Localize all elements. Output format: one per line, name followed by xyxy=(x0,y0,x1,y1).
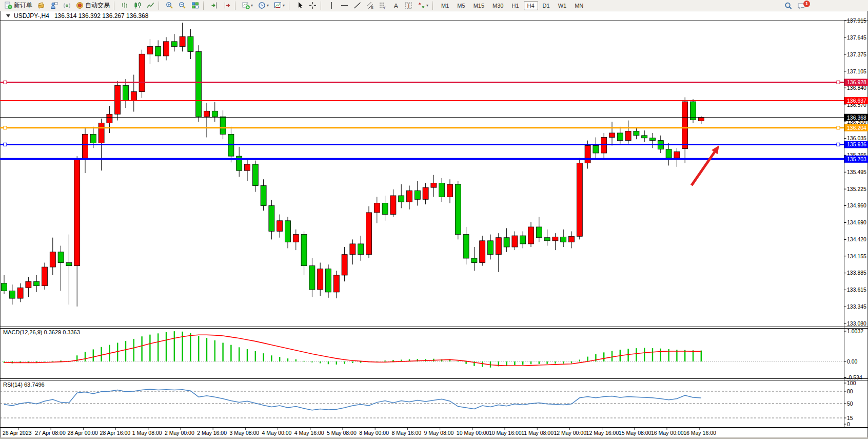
hline-selection-marker[interactable] xyxy=(4,143,7,146)
candle-body xyxy=(98,123,104,143)
candle-body xyxy=(480,241,485,263)
candle-body xyxy=(66,263,72,266)
candle-body xyxy=(553,237,558,241)
candle-body xyxy=(642,136,647,138)
candle-body xyxy=(674,152,680,158)
candle-body xyxy=(285,221,291,242)
candle-body xyxy=(333,275,339,292)
candle-body xyxy=(561,237,566,242)
candle-body xyxy=(188,36,193,51)
candle-body xyxy=(17,288,23,298)
candle-body xyxy=(74,159,80,265)
candle-body xyxy=(504,238,509,247)
candle-body xyxy=(471,258,477,263)
candle-body xyxy=(415,190,420,199)
candle-body xyxy=(164,42,169,56)
candle-body xyxy=(58,252,64,263)
time-scale-drag-area[interactable] xyxy=(0,428,868,438)
candle-body xyxy=(220,117,226,134)
candle-body xyxy=(2,283,7,291)
candle-body xyxy=(593,145,599,153)
candle-body xyxy=(261,185,266,205)
candle-body xyxy=(123,85,129,100)
candle-body xyxy=(9,291,15,298)
candle-body xyxy=(536,227,542,238)
candle-body xyxy=(26,281,31,288)
candle-body xyxy=(520,236,526,244)
candle-body xyxy=(269,206,274,232)
candle-body xyxy=(83,134,88,159)
candle-body xyxy=(301,235,307,266)
candle-body xyxy=(698,118,704,121)
candle-body xyxy=(390,196,396,215)
hline-selection-marker[interactable] xyxy=(4,81,7,84)
price-scale-drag-area[interactable] xyxy=(844,21,868,427)
candle-body xyxy=(342,255,347,275)
candle-body xyxy=(528,227,534,244)
candle-body xyxy=(455,184,461,235)
candle-body xyxy=(407,190,412,202)
rsi-indicator-label: RSI(14) 63.7496 xyxy=(3,381,45,388)
candle-body xyxy=(139,54,145,91)
macd-indicator-label: MACD(12,26,9) 0.3629 0.3363 xyxy=(3,329,80,335)
candle-body xyxy=(666,149,672,158)
candle-body xyxy=(650,138,656,141)
window-left-border xyxy=(0,11,1,437)
candle-body xyxy=(366,213,372,255)
candle-body xyxy=(309,266,315,290)
candle-body xyxy=(115,85,121,114)
candle-body xyxy=(625,131,631,140)
candle-body xyxy=(585,145,590,163)
candle-body xyxy=(439,183,445,197)
candle-body xyxy=(447,184,453,197)
hline-selection-marker[interactable] xyxy=(837,143,840,146)
chart-background xyxy=(0,21,868,439)
hline-selection-marker[interactable] xyxy=(4,126,7,129)
candle-body xyxy=(496,238,501,255)
candle-body xyxy=(431,183,437,188)
hline-selection-marker[interactable] xyxy=(837,126,840,129)
candle-body xyxy=(544,238,550,241)
candle-body xyxy=(212,111,218,117)
candle-body xyxy=(204,111,210,117)
candle-body xyxy=(50,252,55,267)
candle-body xyxy=(245,164,250,170)
candle-body xyxy=(34,281,40,286)
candle-body xyxy=(252,164,258,185)
candle-body xyxy=(512,236,518,247)
candle-body xyxy=(577,163,582,237)
candle-body xyxy=(277,221,283,232)
candle-body xyxy=(350,244,356,255)
candle-body xyxy=(171,42,177,47)
candle-body xyxy=(382,203,388,215)
candle-body xyxy=(488,241,494,255)
mt4-window: 新订单自动交易▾▾▾EFAT▾M1M5M15M30H1H4D1W1MN1 USD… xyxy=(0,0,868,439)
candle-body xyxy=(147,47,153,54)
candle-body xyxy=(90,134,96,143)
candle-body xyxy=(463,235,469,258)
candle-body xyxy=(293,235,299,242)
candle-body xyxy=(196,51,202,117)
candle-body xyxy=(691,102,696,120)
candle-body xyxy=(318,269,323,290)
candle-body xyxy=(131,91,136,100)
candle-body xyxy=(569,236,575,242)
candle-body xyxy=(107,114,112,123)
candle-body xyxy=(374,203,380,213)
candle-body xyxy=(617,133,623,141)
candle-body xyxy=(609,133,615,138)
candle-body xyxy=(155,47,161,56)
hline-selection-marker[interactable] xyxy=(837,81,840,84)
candle-body xyxy=(326,269,331,292)
candle-body xyxy=(180,36,185,47)
candle-body xyxy=(399,196,404,202)
candle-body xyxy=(42,267,48,286)
candle-body xyxy=(423,187,428,199)
candle-body xyxy=(682,102,688,148)
candle-body xyxy=(358,244,364,255)
chart-canvas[interactable]: 137.915137.645137.375137.105136.840136.5… xyxy=(0,0,868,439)
candle-body xyxy=(634,131,639,136)
